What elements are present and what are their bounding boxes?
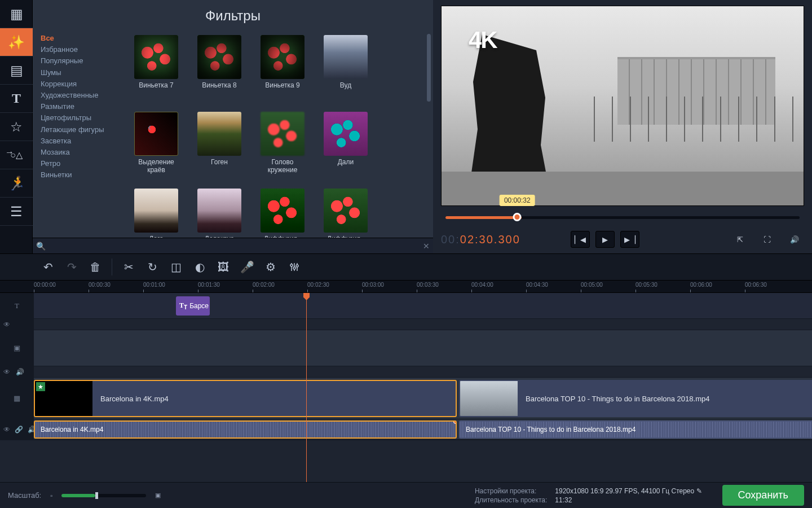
- popout-button[interactable]: ⇱: [731, 231, 750, 248]
- zoom-out-icon[interactable]: ▫: [50, 492, 52, 499]
- speaker-icon[interactable]: 🔊: [16, 368, 24, 376]
- preview-canvas[interactable]: 4K: [441, 6, 804, 206]
- filter-tile[interactable]: Гоген: [193, 112, 246, 185]
- category-item[interactable]: Мозаика: [41, 147, 118, 158]
- category-item[interactable]: Популярные: [41, 55, 118, 67]
- ruler-tick: 00:06:30: [745, 282, 767, 288]
- filter-tile[interactable]: Голово кружение: [256, 112, 309, 185]
- rail-animation-button[interactable]: 🏃: [0, 169, 33, 198]
- category-item[interactable]: Виньетки: [41, 169, 118, 181]
- title-track[interactable]: TTБарсе: [34, 293, 812, 318]
- rail-callouts-button[interactable]: ○△→: [0, 141, 33, 169]
- clear-search-button[interactable]: ✕: [423, 242, 430, 251]
- color-adjust-button[interactable]: ◐: [190, 257, 209, 277]
- playhead[interactable]: [306, 293, 307, 482]
- category-item[interactable]: Засветка: [41, 135, 118, 147]
- rail-filters-button[interactable]: ✨: [0, 28, 33, 56]
- filter-tile[interactable]: Диффузия - слабо: [319, 189, 372, 238]
- filter-thumb: [324, 112, 368, 156]
- timecode: 00:02:30.300: [441, 233, 520, 246]
- collapse-categories-button[interactable]: ‹: [148, 121, 151, 133]
- eye-icon[interactable]: 👁: [3, 368, 10, 376]
- ruler-tick: 00:03:00: [362, 282, 384, 288]
- title-clip-icon: TT: [179, 301, 187, 310]
- cut-button[interactable]: ✂: [119, 257, 138, 277]
- timeline-ruler[interactable]: 00:00:0000:00:3000:01:0000:01:3000:02:00…: [0, 281, 812, 293]
- category-item[interactable]: Размытие: [41, 101, 118, 112]
- title-clip[interactable]: TTБарсе: [176, 296, 210, 316]
- audio-track[interactable]: Barcelona in 4K.mp4 Barcelona TOP 10 - T…: [34, 419, 812, 439]
- link-icon[interactable]: 🔗: [15, 426, 23, 433]
- category-item[interactable]: Ретро: [41, 158, 118, 169]
- redo-button[interactable]: ↷: [62, 257, 81, 277]
- video-clip-1[interactable]: ★ Barcelona in 4K.mp4: [34, 380, 457, 417]
- category-item[interactable]: Шумы: [41, 67, 118, 78]
- next-frame-button[interactable]: ▶▕: [620, 231, 639, 248]
- overlay-track-head[interactable]: ▣: [0, 330, 34, 366]
- category-item[interactable]: Летающие фигуры: [41, 124, 118, 135]
- mic-button[interactable]: 🎤: [237, 257, 257, 277]
- filter-tile[interactable]: Вуд: [319, 35, 372, 108]
- filters-scrollbar[interactable]: [427, 34, 431, 102]
- category-item[interactable]: Цветофильтры: [41, 112, 118, 124]
- filters-panel: Фильтры ВсеИзбранноеПопулярныеШумыКоррек…: [33, 0, 433, 253]
- filter-tile[interactable]: Виньетка 7: [130, 35, 183, 108]
- audio-fade-handle-icon[interactable]: [453, 421, 457, 424]
- ruler-tick: 00:05:30: [636, 282, 657, 288]
- clip-properties-button[interactable]: ⚙: [261, 257, 280, 277]
- video-track[interactable]: ★ Barcelona in 4K.mp4 Barcelona TOP 10 -…: [34, 378, 812, 419]
- category-item[interactable]: Коррекция: [41, 78, 118, 90]
- title-track-head[interactable]: T: [0, 293, 34, 318]
- filter-tile[interactable]: Выделение краёв: [130, 112, 183, 185]
- overlay-icon: ▣: [14, 344, 20, 352]
- search-row: 🔍 ✕: [33, 238, 433, 253]
- eye-icon[interactable]: 👁: [3, 321, 10, 329]
- filter-tile[interactable]: Дали: [319, 112, 372, 185]
- filter-tile[interactable]: Виньетка 9: [256, 35, 309, 108]
- filter-thumb: [134, 112, 178, 156]
- project-settings-label: Настройки проекта:: [475, 487, 547, 495]
- save-button[interactable]: Сохранить: [722, 485, 804, 506]
- zoom-in-icon[interactable]: ▣: [155, 492, 161, 499]
- play-button[interactable]: ▶: [595, 231, 615, 248]
- zoom-slider[interactable]: [61, 494, 146, 497]
- category-item[interactable]: Избранное: [41, 44, 118, 55]
- audio-clip-1[interactable]: Barcelona in 4K.mp4: [34, 421, 457, 439]
- rail-more-button[interactable]: ☰: [0, 198, 33, 226]
- edit-settings-button[interactable]: ✎: [696, 487, 702, 495]
- audio-clip-2[interactable]: Barcelona TOP 10 - Things to do in Barce…: [459, 421, 812, 439]
- rail-media-button[interactable]: ▦: [0, 0, 33, 28]
- eye-icon[interactable]: 👁: [3, 426, 10, 433]
- category-item[interactable]: Все: [41, 33, 118, 44]
- search-input[interactable]: [48, 242, 423, 250]
- scrubber[interactable]: 00:00:32: [441, 209, 804, 225]
- rotate-button[interactable]: ↻: [143, 257, 162, 277]
- filter-tile[interactable]: Диффузия - сильно: [256, 189, 309, 238]
- running-icon: 🏃: [9, 176, 24, 191]
- ruler-tick: 00:00:30: [89, 282, 111, 288]
- scrubber-thumb[interactable]: [513, 213, 522, 221]
- text-icon: T: [9, 91, 24, 106]
- picture-button[interactable]: 🖼: [214, 257, 233, 277]
- filter-label: Вуд: [340, 81, 351, 89]
- video-clip-2[interactable]: Barcelona TOP 10 - Things to do in Barce…: [459, 380, 812, 417]
- rail-stickers-button[interactable]: ☆: [0, 113, 33, 141]
- equalizer-button[interactable]: [285, 257, 304, 277]
- crop-button[interactable]: ◫: [166, 257, 186, 277]
- category-item[interactable]: Художественные: [41, 90, 118, 101]
- undo-button[interactable]: ↶: [38, 257, 58, 277]
- prev-frame-button[interactable]: ▏◀: [571, 231, 590, 248]
- overlay-track[interactable]: [34, 330, 812, 366]
- filter-tile[interactable]: Дега: [130, 189, 183, 238]
- rail-transitions-button[interactable]: ▤: [0, 56, 33, 85]
- rail-titles-button[interactable]: T: [0, 85, 33, 113]
- filter-tile[interactable]: Делакруа: [193, 189, 246, 238]
- volume-button[interactable]: 🔊: [785, 231, 804, 248]
- video-clip-label: Barcelona TOP 10 - Things to do in Barce…: [518, 395, 717, 403]
- video-clip-label: Barcelona in 4K.mp4: [92, 395, 176, 403]
- fullscreen-button[interactable]: ⛶: [758, 231, 777, 248]
- video-track-head[interactable]: ▦: [0, 378, 34, 419]
- delete-button[interactable]: 🗑: [86, 257, 105, 277]
- filters-grid: Виньетка 7Виньетка 8Виньетка 9ВудВыделен…: [118, 29, 433, 238]
- filter-tile[interactable]: Виньетка 8: [193, 35, 246, 108]
